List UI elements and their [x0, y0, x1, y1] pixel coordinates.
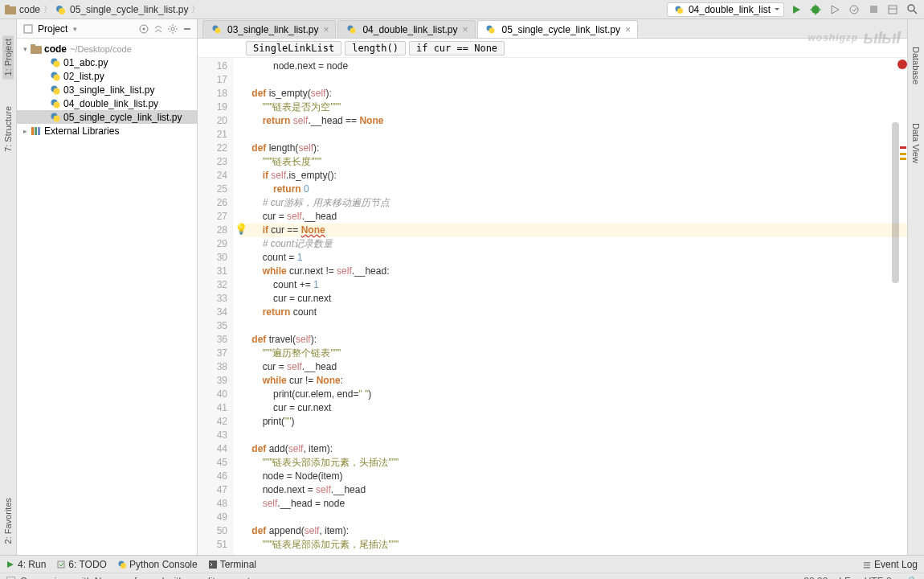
line-separator[interactable]: LF: — [839, 576, 852, 580]
tree-file[interactable]: 04_double_link_list.py — [17, 96, 197, 110]
python-icon — [55, 5, 67, 14]
svg-rect-42 — [31, 127, 34, 135]
project-icon — [22, 23, 35, 35]
svg-rect-56 — [864, 565, 870, 566]
run-config-selector[interactable]: 04_double_link_list — [667, 2, 784, 17]
error-stripe — [899, 58, 907, 555]
tree-file[interactable]: 02_list.py — [17, 69, 197, 83]
python-icon — [49, 71, 62, 82]
run-tab[interactable]: 4: Run — [6, 559, 46, 570]
attach-button[interactable] — [847, 2, 861, 17]
close-icon[interactable]: × — [463, 24, 468, 35]
file-encoding[interactable]: UTF-8: — [865, 576, 894, 580]
tree-node-label: code — [44, 43, 67, 55]
editor-tab[interactable]: 05_single_cycle_link_list.py× — [477, 20, 638, 38]
svg-rect-1 — [5, 5, 10, 8]
lock-icon[interactable]: 🔒 — [906, 576, 918, 580]
svg-rect-43 — [35, 127, 37, 135]
svg-point-20 — [171, 27, 174, 31]
chevron-down-icon[interactable]: ▾ — [73, 25, 77, 33]
expand-icon[interactable]: ▸ — [20, 127, 30, 135]
crumb-root[interactable]: code — [19, 4, 40, 15]
navigation-bar: code 〉 05_single_cycle_link_list.py 〉 04… — [0, 0, 924, 19]
project-title: Project — [38, 23, 67, 35]
python-icon — [49, 84, 62, 96]
tool-tab-dataview[interactable]: Data View — [910, 120, 922, 166]
svg-point-5 — [677, 8, 683, 14]
svg-rect-54 — [209, 561, 217, 569]
svg-line-27 — [170, 31, 171, 32]
editor-tabs: 03_single_link_list.py×04_double_link_li… — [198, 19, 907, 39]
collapse-all-icon[interactable] — [153, 24, 163, 34]
tab-label: 05_single_cycle_link_list.py — [502, 24, 620, 35]
tree-file[interactable]: 05_single_cycle_link_list.py — [17, 110, 197, 124]
gear-icon[interactable] — [168, 24, 178, 34]
chevron-right-icon: 〉 — [43, 3, 52, 15]
warning-mark[interactable] — [900, 158, 906, 160]
svg-line-16 — [914, 10, 917, 14]
todo-tab[interactable]: 6: TODO — [57, 559, 107, 570]
warning-mark[interactable] — [900, 153, 906, 155]
run-button[interactable] — [789, 2, 803, 17]
search-icon[interactable] — [905, 2, 919, 17]
breadcrumb-item[interactable]: length() — [345, 41, 406, 55]
svg-point-6 — [812, 6, 820, 14]
project-tree: ▾ code ~/Desktop/code 01_abc.py02_list.p… — [17, 39, 197, 141]
debug-button[interactable] — [808, 2, 823, 17]
svg-point-19 — [143, 27, 145, 30]
error-indicator-icon[interactable] — [897, 60, 907, 69]
scrollbar-thumb[interactable] — [892, 122, 899, 283]
editor-tab[interactable]: 04_double_link_list.py× — [337, 20, 475, 38]
expand-icon[interactable]: ▾ — [20, 45, 30, 53]
python-console-tab[interactable]: Python Console — [118, 559, 198, 570]
editor-tab[interactable]: 03_single_link_list.py× — [202, 20, 336, 38]
scroll-from-source-icon[interactable] — [139, 24, 149, 34]
svg-point-11 — [850, 6, 858, 14]
tree-file[interactable]: 03_single_link_list.py — [17, 83, 197, 96]
tree-node-label: 02_list.py — [63, 71, 104, 82]
error-mark[interactable] — [900, 146, 906, 149]
python-icon — [49, 57, 62, 68]
crumb-file[interactable]: 05_single_cycle_link_list.py — [70, 4, 188, 15]
hide-icon[interactable] — [182, 24, 192, 34]
breadcrumb-item[interactable]: SingleLinkList — [246, 41, 341, 55]
bulb-icon[interactable]: 💡 — [235, 223, 247, 235]
caret-position[interactable]: 28:22 — [803, 576, 828, 580]
breadcrumb-item[interactable]: if cur == None — [409, 41, 505, 55]
svg-point-33 — [54, 60, 60, 67]
code-editor[interactable]: 1617181920212223242526272829303132333435… — [198, 58, 907, 555]
tree-external-libs[interactable]: ▸ External Libraries — [17, 124, 197, 138]
code-content[interactable]: node.next = node def is_empty(self): """… — [233, 58, 907, 555]
tree-node-label: External Libraries — [44, 125, 119, 137]
toolbar-right: 04_double_link_list — [667, 2, 919, 17]
terminal-tab[interactable]: Terminal — [209, 559, 256, 570]
svg-line-28 — [175, 26, 177, 27]
stop-button[interactable] — [866, 2, 881, 17]
tree-file[interactable]: 01_abc.py — [17, 55, 197, 69]
close-icon[interactable]: × — [625, 24, 631, 35]
close-icon[interactable]: × — [323, 24, 329, 35]
svg-point-41 — [54, 115, 60, 121]
run-coverage-button[interactable] — [828, 2, 842, 17]
tool-tab-favorites[interactable]: 2: Favorites — [2, 495, 14, 547]
library-icon — [30, 125, 43, 137]
svg-line-25 — [170, 26, 171, 27]
tree-root[interactable]: ▾ code ~/Desktop/code — [17, 42, 197, 55]
editor-area: 03_single_link_list.py×04_double_link_li… — [198, 19, 907, 555]
project-pane: Project ▾ ▾ code ~/Desktop/code 01_abc.p… — [17, 19, 198, 555]
tree-node-path: ~/Desktop/code — [70, 44, 132, 54]
event-log-tab[interactable]: Event Log — [863, 559, 918, 570]
svg-point-3 — [59, 8, 65, 14]
python-icon — [484, 24, 497, 35]
tree-node-label: 03_single_link_list.py — [63, 84, 154, 96]
ide-layout-button[interactable] — [885, 2, 900, 17]
svg-point-53 — [121, 563, 126, 569]
svg-rect-17 — [24, 25, 32, 33]
tool-tab-database[interactable]: Database — [910, 43, 922, 88]
tool-tab-project[interactable]: 1: Project — [2, 35, 14, 79]
chevron-right-icon: 〉 — [191, 3, 200, 15]
tool-tab-structure[interactable]: 7: Structure — [2, 103, 14, 155]
svg-rect-55 — [864, 562, 870, 564]
tree-node-label: 05_single_cycle_link_list.py — [63, 112, 182, 123]
tree-node-label: 04_double_link_list.py — [63, 98, 158, 109]
